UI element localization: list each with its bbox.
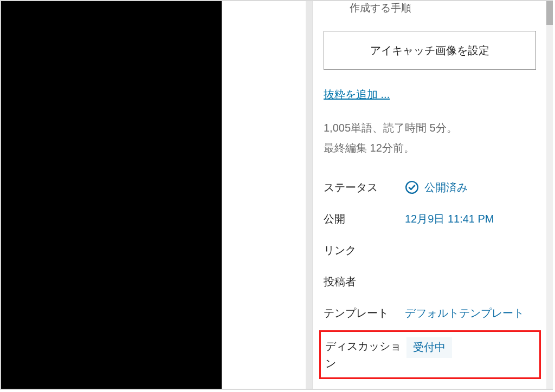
stats-edited-line: 最終編集 12分前。 — [324, 138, 535, 158]
post-meta-list: ステータス 公開済み 公開 12月9日 11:41 PM リンク 投稿者 — [324, 172, 535, 379]
publish-date-button[interactable]: 12月9日 11:41 PM — [405, 210, 535, 227]
meta-row-discussion-highlight: ディスカッション 受付中 — [319, 330, 541, 379]
editor-canvas-light-area — [222, 1, 312, 389]
discussion-value-button[interactable]: 受付中 — [406, 337, 452, 358]
link-label: リンク — [324, 241, 405, 259]
meta-row-publish: 公開 12月9日 11:41 PM — [324, 204, 535, 235]
set-featured-image-label: アイキャッチ画像を設定 — [370, 42, 489, 59]
publish-label: 公開 — [324, 210, 405, 227]
meta-row-link: リンク — [324, 235, 535, 266]
sidebar-scrollbar-thumb[interactable] — [546, 1, 553, 25]
set-featured-image-button[interactable]: アイキャッチ画像を設定 — [324, 31, 536, 70]
discussion-label: ディスカッション — [325, 337, 406, 372]
settings-sidebar: 作成する手順 アイキャッチ画像を設定 抜粋を追加 ... 1,005単語、読了時… — [312, 1, 546, 389]
meta-row-author: 投稿者 — [324, 266, 535, 298]
editor-canvas-dark-area — [1, 1, 222, 389]
stats-words-line: 1,005単語、読了時間 5分。 — [324, 118, 535, 138]
status-label: ステータス — [324, 179, 405, 196]
caption-text: 作成する手順 — [324, 0, 535, 16]
template-value-button[interactable]: デフォルトテンプレート — [405, 304, 535, 322]
sidebar-scrollbar-track[interactable] — [546, 1, 553, 389]
status-value-button[interactable]: 公開済み — [405, 179, 535, 196]
app-frame: 作成する手順 アイキャッチ画像を設定 抜粋を追加 ... 1,005単語、読了時… — [0, 0, 553, 390]
author-label: 投稿者 — [324, 273, 405, 290]
add-excerpt-link[interactable]: 抜粋を追加 ... — [324, 86, 390, 103]
meta-row-template: テンプレート デフォルトテンプレート — [324, 298, 535, 329]
template-label: テンプレート — [324, 304, 405, 322]
check-circle-icon — [405, 180, 419, 194]
status-value-text: 公開済み — [424, 179, 468, 196]
editor-scrollbar-track[interactable] — [306, 1, 312, 389]
meta-row-status: ステータス 公開済み — [324, 172, 535, 204]
svg-point-0 — [406, 182, 418, 194]
post-stats: 1,005単語、読了時間 5分。 最終編集 12分前。 — [324, 118, 535, 158]
